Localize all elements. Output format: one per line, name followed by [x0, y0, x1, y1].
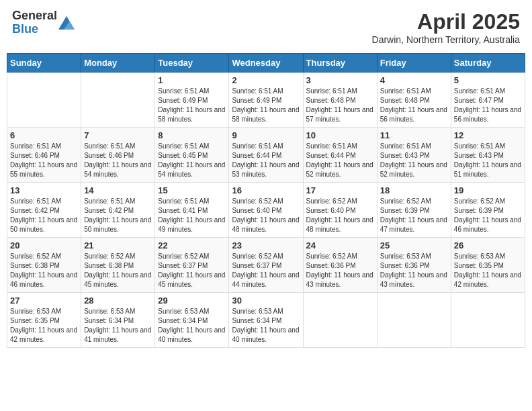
day-info: Sunrise: 6:51 AMSunset: 6:42 PMDaylight:…: [10, 197, 78, 234]
title-area: April 2025 Darwin, Northern Territory, A…: [372, 9, 520, 45]
day-info: Sunrise: 6:51 AMSunset: 6:41 PMDaylight:…: [158, 197, 226, 234]
day-number: 8: [158, 130, 226, 140]
day-info: Sunrise: 6:51 AMSunset: 6:44 PMDaylight:…: [306, 142, 374, 179]
day-number: 14: [84, 185, 152, 195]
day-info: Sunrise: 6:51 AMSunset: 6:43 PMDaylight:…: [380, 142, 448, 179]
weekday-header-thursday: Thursday: [303, 54, 377, 73]
calendar-week-row: 13Sunrise: 6:51 AMSunset: 6:42 PMDayligh…: [7, 183, 525, 238]
calendar-cell: [81, 73, 155, 128]
day-info: Sunrise: 6:53 AMSunset: 6:34 PMDaylight:…: [158, 307, 226, 345]
weekday-header-wednesday: Wednesday: [229, 54, 303, 73]
calendar-week-row: 1Sunrise: 6:51 AMSunset: 6:49 PMDaylight…: [7, 73, 525, 128]
day-info: Sunrise: 6:53 AMSunset: 6:36 PMDaylight:…: [380, 252, 448, 289]
day-number: 15: [158, 185, 226, 195]
day-number: 25: [380, 240, 448, 250]
day-number: 22: [158, 240, 226, 250]
day-info: Sunrise: 6:53 AMSunset: 6:34 PMDaylight:…: [84, 307, 152, 345]
day-number: 4: [380, 75, 448, 85]
day-info: Sunrise: 6:53 AMSunset: 6:35 PMDaylight:…: [454, 252, 522, 289]
calendar-cell: 7Sunrise: 6:51 AMSunset: 6:46 PMDaylight…: [81, 128, 155, 183]
calendar-cell: 1Sunrise: 6:51 AMSunset: 6:49 PMDaylight…: [155, 73, 229, 128]
day-number: 21: [84, 240, 152, 250]
day-number: 26: [454, 240, 522, 250]
calendar-cell: 6Sunrise: 6:51 AMSunset: 6:46 PMDaylight…: [7, 128, 81, 183]
weekday-header-saturday: Saturday: [451, 54, 525, 73]
calendar-cell: 27Sunrise: 6:53 AMSunset: 6:35 PMDayligh…: [7, 293, 81, 348]
calendar-cell: 5Sunrise: 6:51 AMSunset: 6:47 PMDaylight…: [451, 73, 525, 128]
subtitle: Darwin, Northern Territory, Australia: [372, 34, 520, 45]
day-number: 5: [454, 75, 522, 85]
calendar-cell: 12Sunrise: 6:51 AMSunset: 6:43 PMDayligh…: [451, 128, 525, 183]
logo-general-text: General: [12, 9, 57, 23]
day-number: 3: [306, 75, 374, 85]
calendar-cell: 21Sunrise: 6:52 AMSunset: 6:38 PMDayligh…: [81, 238, 155, 293]
day-info: Sunrise: 6:52 AMSunset: 6:37 PMDaylight:…: [232, 252, 300, 289]
day-number: 29: [158, 295, 226, 306]
day-info: Sunrise: 6:51 AMSunset: 6:44 PMDaylight:…: [232, 142, 300, 179]
day-number: 1: [158, 75, 226, 85]
day-number: 2: [232, 75, 300, 85]
weekday-header-tuesday: Tuesday: [155, 54, 229, 73]
day-info: Sunrise: 6:51 AMSunset: 6:46 PMDaylight:…: [10, 142, 78, 179]
day-info: Sunrise: 6:52 AMSunset: 6:39 PMDaylight:…: [380, 197, 448, 234]
calendar-cell: 28Sunrise: 6:53 AMSunset: 6:34 PMDayligh…: [81, 293, 155, 348]
day-info: Sunrise: 6:53 AMSunset: 6:35 PMDaylight:…: [10, 307, 78, 345]
calendar-cell: 14Sunrise: 6:51 AMSunset: 6:42 PMDayligh…: [81, 183, 155, 238]
calendar-cell: [377, 293, 451, 348]
main-title: April 2025: [372, 9, 520, 34]
day-info: Sunrise: 6:51 AMSunset: 6:49 PMDaylight:…: [158, 87, 226, 124]
day-info: Sunrise: 6:52 AMSunset: 6:38 PMDaylight:…: [84, 252, 152, 289]
calendar-cell: 8Sunrise: 6:51 AMSunset: 6:45 PMDaylight…: [155, 128, 229, 183]
day-info: Sunrise: 6:51 AMSunset: 6:45 PMDaylight:…: [158, 142, 226, 179]
calendar-cell: 26Sunrise: 6:53 AMSunset: 6:35 PMDayligh…: [451, 238, 525, 293]
day-number: 11: [380, 130, 448, 140]
day-number: 19: [454, 185, 522, 195]
calendar-cell: 15Sunrise: 6:51 AMSunset: 6:41 PMDayligh…: [155, 183, 229, 238]
day-number: 6: [10, 130, 78, 140]
day-number: 7: [84, 130, 152, 140]
day-number: 10: [306, 130, 374, 140]
day-number: 23: [232, 240, 300, 250]
day-number: 20: [10, 240, 78, 250]
calendar-cell: 22Sunrise: 6:52 AMSunset: 6:37 PMDayligh…: [155, 238, 229, 293]
weekday-header-sunday: Sunday: [7, 54, 81, 73]
day-number: 16: [232, 185, 300, 195]
calendar-cell: 25Sunrise: 6:53 AMSunset: 6:36 PMDayligh…: [377, 238, 451, 293]
calendar-cell: 30Sunrise: 6:53 AMSunset: 6:34 PMDayligh…: [229, 293, 303, 348]
day-number: 30: [232, 295, 300, 306]
logo: General Blue: [12, 9, 75, 36]
calendar-cell: 20Sunrise: 6:52 AMSunset: 6:38 PMDayligh…: [7, 238, 81, 293]
calendar-cell: 23Sunrise: 6:52 AMSunset: 6:37 PMDayligh…: [229, 238, 303, 293]
calendar-week-row: 6Sunrise: 6:51 AMSunset: 6:46 PMDaylight…: [7, 128, 525, 183]
day-info: Sunrise: 6:51 AMSunset: 6:48 PMDaylight:…: [306, 87, 374, 124]
day-info: Sunrise: 6:51 AMSunset: 6:46 PMDaylight:…: [84, 142, 152, 179]
day-info: Sunrise: 6:51 AMSunset: 6:49 PMDaylight:…: [232, 87, 300, 124]
weekday-header-monday: Monday: [81, 54, 155, 73]
logo-icon: [58, 16, 75, 30]
calendar-cell: 19Sunrise: 6:52 AMSunset: 6:39 PMDayligh…: [451, 183, 525, 238]
calendar-cell: 4Sunrise: 6:51 AMSunset: 6:48 PMDaylight…: [377, 73, 451, 128]
calendar-cell: 11Sunrise: 6:51 AMSunset: 6:43 PMDayligh…: [377, 128, 451, 183]
calendar-cell: 17Sunrise: 6:52 AMSunset: 6:40 PMDayligh…: [303, 183, 377, 238]
day-info: Sunrise: 6:51 AMSunset: 6:47 PMDaylight:…: [454, 87, 522, 124]
calendar-week-row: 27Sunrise: 6:53 AMSunset: 6:35 PMDayligh…: [7, 293, 525, 348]
calendar-cell: 18Sunrise: 6:52 AMSunset: 6:39 PMDayligh…: [377, 183, 451, 238]
day-info: Sunrise: 6:51 AMSunset: 6:48 PMDaylight:…: [380, 87, 448, 124]
day-number: 28: [84, 295, 152, 306]
day-info: Sunrise: 6:52 AMSunset: 6:38 PMDaylight:…: [10, 252, 78, 289]
logo-blue-text: Blue: [12, 23, 57, 36]
day-info: Sunrise: 6:52 AMSunset: 6:40 PMDaylight:…: [306, 197, 374, 234]
day-info: Sunrise: 6:51 AMSunset: 6:43 PMDaylight:…: [454, 142, 522, 179]
day-info: Sunrise: 6:52 AMSunset: 6:39 PMDaylight:…: [454, 197, 522, 234]
header: General Blue April 2025 Darwin, Northern…: [7, 7, 525, 48]
calendar-table: SundayMondayTuesdayWednesdayThursdayFrid…: [7, 53, 525, 348]
calendar-cell: [7, 73, 81, 128]
day-info: Sunrise: 6:52 AMSunset: 6:40 PMDaylight:…: [232, 197, 300, 234]
calendar-cell: 2Sunrise: 6:51 AMSunset: 6:49 PMDaylight…: [229, 73, 303, 128]
day-number: 17: [306, 185, 374, 195]
day-number: 12: [454, 130, 522, 140]
calendar-cell: 3Sunrise: 6:51 AMSunset: 6:48 PMDaylight…: [303, 73, 377, 128]
day-info: Sunrise: 6:52 AMSunset: 6:36 PMDaylight:…: [306, 252, 374, 289]
day-number: 27: [10, 295, 78, 306]
day-number: 24: [306, 240, 374, 250]
